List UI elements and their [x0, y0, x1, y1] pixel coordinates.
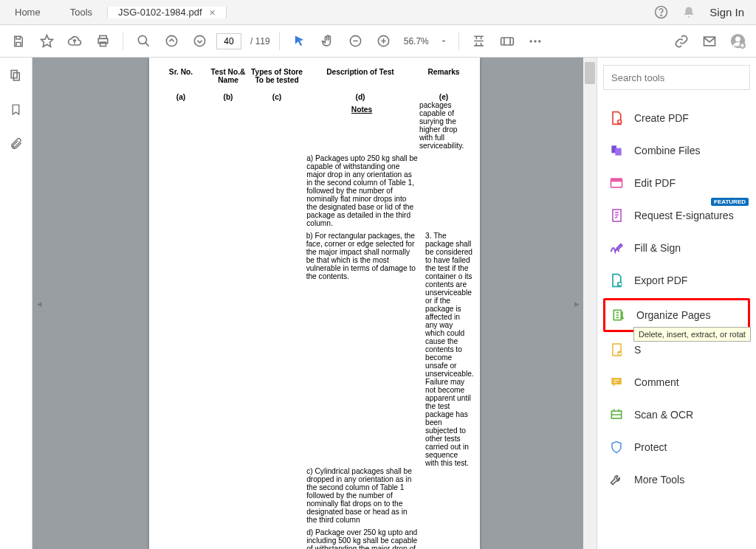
- featured-badge: FEATURED: [711, 198, 749, 206]
- save-icon[interactable]: [7, 30, 30, 52]
- notes-heading: Notes: [340, 106, 384, 114]
- col-header: Remarks: [418, 68, 470, 84]
- bookmark-icon[interactable]: [9, 102, 24, 117]
- tool-label: Edit PDF: [634, 177, 676, 189]
- more-tools-wrench-icon: [609, 472, 624, 487]
- create-pdf-icon: [609, 111, 624, 125]
- svg-point-8: [194, 35, 205, 46]
- scrollbar-thumb[interactable]: [585, 62, 595, 84]
- tool-label: Scan & OCR: [634, 409, 693, 421]
- select-tool-icon[interactable]: [289, 30, 311, 52]
- bell-icon[interactable]: [681, 5, 696, 20]
- send-icon: [609, 342, 624, 357]
- col-header: Sr. No.: [157, 68, 205, 84]
- more-tools-icon[interactable]: [524, 30, 546, 52]
- edit-pdf-icon: [609, 176, 624, 190]
- svg-rect-11: [501, 38, 513, 45]
- tool-label: Protect: [634, 441, 667, 453]
- tool-label: Create PDF: [634, 112, 689, 124]
- svg-point-14: [538, 40, 540, 42]
- main-toolbar: / 119 56.7%: [0, 25, 756, 58]
- hand-tool-icon[interactable]: [317, 30, 339, 52]
- tool-protect[interactable]: Protect: [603, 432, 750, 462]
- share-link-icon[interactable]: [670, 30, 693, 52]
- sign-in-link[interactable]: Sign In: [709, 6, 744, 18]
- tool-comment[interactable]: Comment: [603, 367, 750, 397]
- protect-icon: [609, 440, 624, 455]
- collapse-left-icon[interactable]: ◂: [34, 290, 44, 317]
- print-icon[interactable]: [92, 30, 114, 52]
- tab-document[interactable]: JSG-0102-1984.pdf ×: [107, 7, 227, 18]
- fit-width-icon[interactable]: [468, 30, 490, 52]
- tool-label: Export PDF: [634, 274, 687, 286]
- help-icon[interactable]: [653, 5, 668, 20]
- svg-marker-2: [41, 35, 52, 47]
- tool-more-tools[interactable]: More Tools: [603, 465, 750, 494]
- svg-rect-23: [611, 179, 622, 182]
- zoom-out-icon[interactable]: [345, 30, 367, 52]
- account-icon[interactable]: [726, 30, 749, 52]
- attachment-icon[interactable]: [9, 136, 24, 151]
- read-mode-icon[interactable]: [496, 30, 518, 52]
- tool-organize-pages[interactable]: Organize Pages Delete, insert, extract, …: [603, 298, 750, 332]
- tool-create-pdf[interactable]: Create PDF: [603, 103, 750, 133]
- page-number-input[interactable]: [216, 33, 241, 49]
- tool-label: Organize Pages: [636, 309, 710, 321]
- document-viewport[interactable]: ◂ Sr. No. Test No.& Name Types of Store …: [32, 58, 597, 549]
- tab-tools[interactable]: Tools: [55, 0, 107, 24]
- page-up-icon[interactable]: [160, 30, 182, 52]
- zoom-level-label[interactable]: 56.7%: [401, 36, 432, 46]
- col-header: Test No.& Name: [205, 68, 251, 84]
- tool-label: Comment: [634, 376, 679, 388]
- remarks-long: 3. The package shall be considered to ha…: [424, 232, 472, 467]
- esignature-icon: [609, 208, 624, 223]
- col-header: Types of Store To be tested: [251, 68, 303, 84]
- tool-export-pdf[interactable]: Export PDF: [603, 266, 750, 295]
- tool-combine-files[interactable]: Combine Files: [603, 136, 750, 165]
- tool-label: S: [634, 344, 641, 356]
- thumbnails-icon[interactable]: [9, 68, 24, 83]
- para-a: a) Packages upto 250 kg shall be capable…: [300, 154, 425, 227]
- tool-label: Fill & Sign: [634, 242, 681, 254]
- fill-sign-icon: [609, 241, 624, 255]
- export-pdf-icon: [609, 273, 624, 288]
- col-sub: (c): [251, 93, 303, 101]
- star-icon[interactable]: [35, 30, 58, 52]
- left-nav-rail: [0, 58, 32, 549]
- col-sub: (e): [418, 93, 470, 101]
- svg-point-7: [166, 35, 176, 46]
- svg-point-17: [735, 36, 740, 41]
- svg-point-12: [529, 40, 532, 42]
- collapse-right-icon[interactable]: ▸: [571, 290, 582, 317]
- para-b: b) For rectangular packages, the face, c…: [300, 232, 424, 467]
- tool-fill-sign[interactable]: Fill & Sign: [603, 233, 750, 263]
- organize-pages-icon: [611, 308, 626, 322]
- col-sub: (d): [303, 93, 418, 101]
- remarks-text: packages capable of surying the higher d…: [418, 101, 467, 150]
- tab-home[interactable]: Home: [0, 0, 55, 24]
- tooltip: Delete, insert, extract, or rotat: [633, 327, 751, 342]
- page-count-label: / 119: [250, 36, 270, 46]
- page-down-icon[interactable]: [188, 30, 210, 52]
- search-tools-input[interactable]: [603, 65, 750, 90]
- top-tab-bar: Home Tools JSG-0102-1984.pdf × Sign In: [0, 0, 756, 25]
- tool-edit-pdf[interactable]: Edit PDF: [603, 168, 750, 198]
- tool-request-esignatures[interactable]: Request E-signatures FEATURED: [603, 201, 750, 230]
- para-c: c) Cylindrical packages shall be dropped…: [300, 467, 425, 524]
- vertical-scrollbar[interactable]: [583, 58, 597, 549]
- tool-label: Request E-signatures: [634, 210, 734, 221]
- email-icon[interactable]: [698, 30, 721, 52]
- tool-scan-ocr[interactable]: Scan & OCR: [603, 400, 750, 429]
- para-d: d) Package over 250 kg upto and includin…: [300, 528, 425, 549]
- tools-panel: Create PDF Combine Files Edit PDF Reques…: [597, 58, 756, 549]
- combine-files-icon: [609, 143, 624, 158]
- tool-label: More Tools: [634, 474, 684, 486]
- zoom-dropdown-icon[interactable]: [438, 30, 450, 52]
- cloud-upload-icon[interactable]: [63, 30, 86, 52]
- scan-ocr-icon: [609, 407, 624, 422]
- comment-icon: [609, 375, 624, 390]
- close-tab-icon[interactable]: ×: [210, 7, 216, 18]
- zoom-in-icon[interactable]: [373, 30, 395, 52]
- col-sub: (b): [205, 93, 251, 101]
- zoom-find-icon[interactable]: [132, 30, 154, 52]
